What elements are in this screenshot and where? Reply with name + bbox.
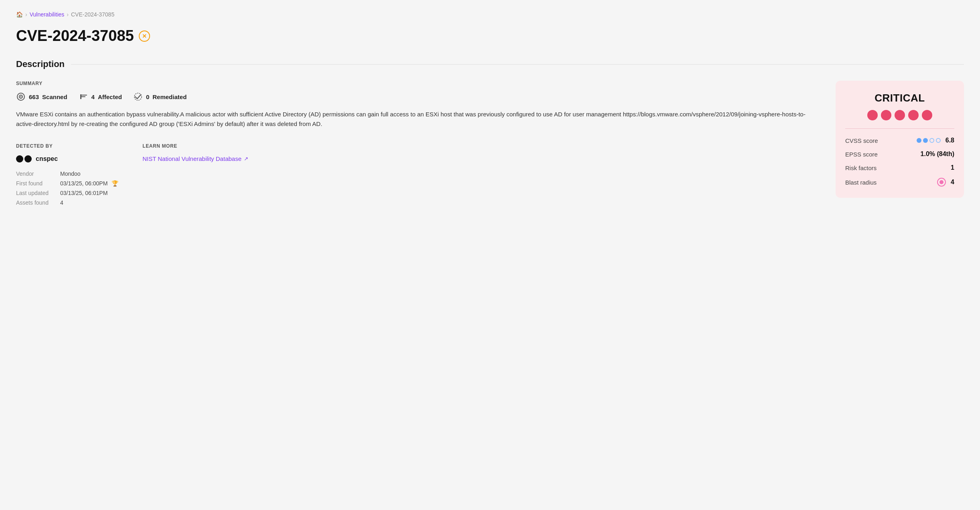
cvss-dot-4: [936, 138, 941, 143]
vendor-value: Mondoo: [60, 169, 118, 179]
breadcrumb-current: CVE-2024-37085: [71, 11, 114, 18]
remediated-icon: [133, 92, 143, 102]
cvss-dot-3: [929, 138, 934, 143]
severity-label: CRITICAL: [845, 92, 954, 104]
cvss-dot-2: [923, 138, 928, 143]
assets-found-value: 4: [60, 198, 118, 207]
cnspec-name: cnspec: [36, 155, 58, 163]
learn-more-label: LEARN MORE: [142, 143, 248, 149]
cvss-dots-row: 6.8: [917, 137, 954, 144]
two-col-section: DETECTED BY cnspec Vendor Mondoo First f…: [16, 143, 823, 207]
score-card: CRITICAL CVSS score: [836, 81, 964, 198]
first-found-label: First found: [16, 179, 60, 188]
epss-label: EPSS score: [845, 151, 878, 158]
first-found-value: 03/13/25, 06:00PM 🏆: [60, 179, 118, 188]
sev-dot-4: [908, 110, 919, 120]
epss-value: 1.0% (84th): [921, 150, 954, 158]
blast-radius-dots-row: 4: [937, 178, 954, 187]
table-row: Assets found 4: [16, 198, 118, 207]
table-row: Last updated 03/13/25, 06:01PM: [16, 188, 118, 198]
detected-by-label: DETECTED BY: [16, 143, 118, 149]
trophy-icon: 🏆: [112, 180, 118, 187]
external-link-icon: ↗: [244, 156, 248, 162]
assets-found-label: Assets found: [16, 198, 60, 207]
affected-label: Affected: [98, 93, 122, 100]
blast-radius-row: Blast radius 4: [845, 178, 954, 187]
last-updated-value: 03/13/25, 06:01PM: [60, 188, 118, 198]
affected-icon: [79, 92, 88, 102]
section-header: Description: [16, 59, 964, 69]
blast-radius-label: Blast radius: [845, 179, 877, 186]
last-updated-label: Last updated: [16, 188, 60, 198]
blast-inner-dot: [939, 180, 943, 184]
breadcrumb-sep-2: ›: [67, 11, 69, 18]
breadcrumb-vulnerabilities[interactable]: Vulnerabilities: [30, 11, 65, 18]
cvss-value: 6.8: [946, 137, 954, 144]
right-column: CRITICAL CVSS score: [836, 81, 964, 198]
remediated-count: 0: [146, 93, 149, 100]
scanned-stat: 663 Scanned: [16, 92, 67, 102]
left-column: SUMMARY 663 Scanned: [16, 81, 823, 207]
table-row: First found 03/13/25, 06:00PM 🏆: [16, 179, 118, 188]
nist-link-label: NIST National Vulnerability Database: [142, 155, 241, 162]
sev-dot-2: [881, 110, 891, 120]
blast-radius-value: 4: [951, 179, 954, 186]
sev-dot-5: [922, 110, 932, 120]
scanned-label: Scanned: [42, 93, 67, 100]
description-body: VMware ESXi contains an authentication b…: [16, 110, 823, 129]
cvss-dots: [917, 138, 941, 143]
cnspec-row: cnspec: [16, 155, 118, 163]
stats-row: 663 Scanned 4 Affected: [16, 92, 823, 102]
breadcrumb-sep-1: ›: [25, 11, 27, 18]
section-title: Description: [16, 59, 65, 69]
section-divider: [71, 64, 964, 65]
card-divider: [845, 128, 954, 129]
scanned-count: 663: [29, 93, 39, 100]
nist-link[interactable]: NIST National Vulnerability Database ↗: [142, 155, 248, 162]
remediated-stat: 0 Remediated: [133, 92, 187, 102]
home-icon[interactable]: 🏠: [16, 11, 23, 18]
affected-stat: 4 Affected: [79, 92, 122, 102]
cvss-dot-1: [917, 138, 921, 143]
sev-dot-1: [867, 110, 878, 120]
summary-label: SUMMARY: [16, 81, 823, 86]
cnspec-dot-2: [24, 155, 32, 163]
risk-factors-value: 1: [951, 164, 954, 171]
scanned-icon: [16, 92, 26, 102]
sev-dot-3: [895, 110, 905, 120]
cvss-label: CVSS score: [845, 137, 878, 144]
warning-badge: ✕: [139, 30, 150, 42]
info-table: Vendor Mondoo First found 03/13/25, 06:0…: [16, 169, 118, 207]
page-title: CVE-2024-37085: [16, 27, 134, 45]
remediated-label: Remediated: [152, 93, 187, 100]
blast-outer-dot: [937, 178, 946, 187]
risk-factors-label: Risk factors: [845, 165, 877, 171]
affected-count: 4: [91, 93, 95, 100]
learn-more-section: LEARN MORE NIST National Vulnerability D…: [142, 143, 248, 207]
vendor-label: Vendor: [16, 169, 60, 179]
page-title-row: CVE-2024-37085 ✕: [16, 27, 964, 45]
breadcrumb: 🏠 › Vulnerabilities › CVE-2024-37085: [16, 11, 964, 18]
detected-by-section: DETECTED BY cnspec Vendor Mondoo First f…: [16, 143, 118, 207]
cnspec-logo: [16, 155, 32, 163]
blast-dot-container: [937, 178, 946, 187]
table-row: Vendor Mondoo: [16, 169, 118, 179]
risk-factors-row: Risk factors 1: [845, 164, 954, 171]
epss-row: EPSS score 1.0% (84th): [845, 150, 954, 158]
cvss-row: CVSS score 6.8: [845, 137, 954, 144]
main-layout: SUMMARY 663 Scanned: [16, 81, 964, 207]
severity-dots: [845, 110, 954, 120]
svg-point-2: [20, 96, 22, 98]
cnspec-dot-1: [16, 155, 23, 163]
